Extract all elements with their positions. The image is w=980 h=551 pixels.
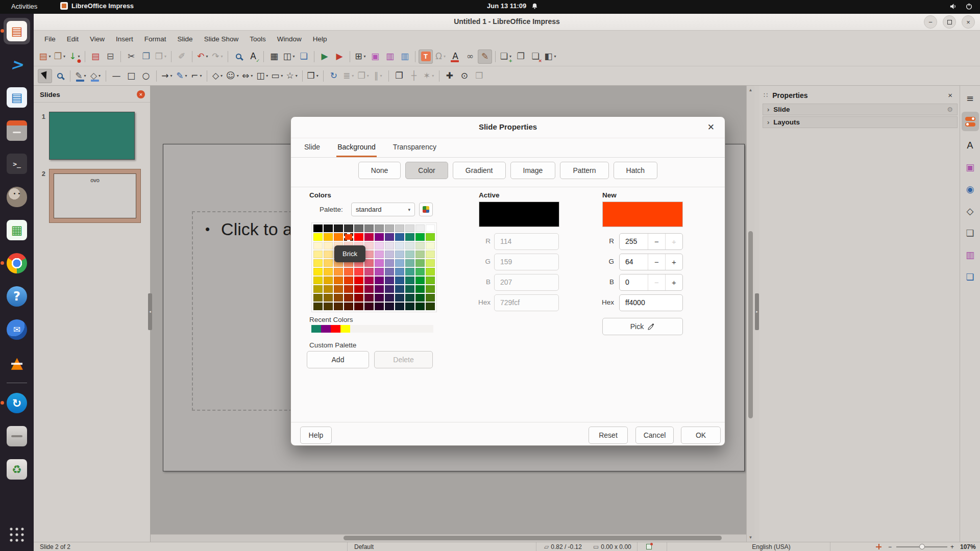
palette-color-r5-c12[interactable]	[426, 259, 435, 267]
section-slide[interactable]: › Slide ⚙	[763, 104, 958, 115]
sidebar-tab-sidebar-menu[interactable]: ≡	[962, 90, 979, 106]
focused-app-indicator[interactable]: LibreOffice Impress	[60, 2, 134, 10]
menu-format[interactable]: Format	[139, 33, 172, 45]
cancel-button[interactable]: Cancel	[635, 427, 674, 444]
fill-type-color-button[interactable]: Color	[405, 162, 448, 179]
menu-window[interactable]: Window	[272, 33, 307, 45]
palette-color-r4-c12[interactable]	[426, 251, 435, 258]
palette-color-r6-c8[interactable]	[385, 268, 394, 276]
sidebar-tab-shapes[interactable]: ◇	[962, 203, 979, 219]
slide-2-preview[interactable]: ovo	[54, 173, 136, 218]
palette-color-r8-c6[interactable]	[364, 285, 374, 293]
palette-color-r9-c12[interactable]	[426, 294, 435, 302]
vertical-scrollbar[interactable]: ▲ ▼	[746, 86, 754, 542]
palette-color-r10-c2[interactable]	[324, 303, 333, 310]
palette-color-r4-c7[interactable]	[375, 251, 384, 258]
symbol-shapes-dropdown-icon[interactable]: ▾	[237, 73, 239, 78]
slide-1-preview[interactable]	[49, 112, 135, 160]
palette-color-r9-c6[interactable]	[364, 294, 374, 302]
palette-color-r10-c3[interactable]	[334, 303, 343, 310]
zoom-and-pan-button[interactable]	[53, 69, 67, 83]
menu-slide[interactable]: Slide	[172, 33, 199, 45]
reset-button[interactable]: Reset	[589, 427, 628, 444]
dock-help-icon[interactable]: ?	[4, 283, 30, 310]
sidebar-tab-styles[interactable]: A	[962, 137, 979, 153]
dock-vscode-icon[interactable]: >	[4, 51, 30, 78]
insert-media-button[interactable]: ▥	[383, 49, 397, 64]
horizontal-scrollbar[interactable]	[151, 534, 746, 542]
palette-color-r9-c7[interactable]	[375, 294, 384, 302]
master-slide-button[interactable]: ❏	[297, 49, 311, 64]
basic-shapes-button[interactable]: ◇▾	[210, 69, 225, 83]
callout-shapes-button[interactable]: ▭▾	[270, 69, 284, 83]
lines-and-arrows-button[interactable]: →▾	[160, 69, 174, 83]
new-b-increment-icon[interactable]: +	[665, 274, 682, 290]
palette-color-r4-c10[interactable]	[405, 251, 414, 258]
3d-objects-button[interactable]: ❒▾	[306, 69, 320, 83]
palette-color-r8-c2[interactable]	[324, 285, 333, 293]
palette-color-r9-c5[interactable]	[354, 294, 363, 302]
palette-color-r1-c6[interactable]	[364, 224, 374, 232]
stars-and-banners-dropdown-icon[interactable]: ▾	[296, 73, 298, 78]
dock-libreoffice-calc-icon[interactable]: ▦	[4, 217, 30, 243]
menu-tools[interactable]: Tools	[244, 33, 272, 45]
panel-drag-grip-icon[interactable]: ∷	[764, 91, 768, 99]
undo-dropdown-icon[interactable]: ▾	[206, 54, 208, 59]
pick-color-button[interactable]: Pick	[602, 318, 683, 335]
palette-color-r4-c9[interactable]	[395, 251, 404, 258]
palette-color-r8-c11[interactable]	[415, 285, 425, 293]
palette-color-r5-c1[interactable]	[313, 259, 323, 267]
volume-icon[interactable]	[949, 3, 957, 10]
palette-color-r2-c6[interactable]	[364, 233, 374, 241]
sidebar-tab-gallery[interactable]: ▣	[962, 159, 979, 175]
stars-and-banners-button[interactable]: ☆▾	[285, 69, 299, 83]
new-g-value[interactable]: 64	[620, 254, 648, 270]
connectors-dropdown-icon[interactable]: ▾	[200, 73, 202, 78]
palette-color-r1-c7[interactable]	[375, 224, 384, 232]
dock-vlc-icon[interactable]	[4, 349, 30, 376]
palette-color-r7-c1[interactable]	[313, 277, 323, 284]
palette-color-r2-c7[interactable]	[375, 233, 384, 241]
new-presentation-dropdown-icon[interactable]: ▾	[49, 54, 51, 59]
palette-color-r5-c6[interactable]	[364, 259, 374, 267]
palette-color-r6-c10[interactable]	[405, 268, 414, 276]
insert-table-dropdown-icon[interactable]: ▾	[364, 54, 366, 59]
sidebar-splitter[interactable]: ▸	[754, 86, 760, 542]
palette-color-r9-c11[interactable]	[415, 294, 425, 302]
palette-color-r4-c2[interactable]	[324, 251, 333, 258]
zoom-out-button[interactable]: −	[888, 543, 892, 550]
recent-color-2[interactable]	[321, 325, 331, 333]
insert-image-button[interactable]: ▣	[368, 49, 382, 64]
palette-color-r6-c7[interactable]	[375, 268, 384, 276]
zoom-slider[interactable]	[896, 546, 947, 547]
new-g-spinner[interactable]: 64−+	[619, 254, 683, 270]
save-button[interactable]: ↓●▾	[67, 49, 82, 64]
status-language[interactable]: English (USA)	[725, 543, 817, 550]
callout-shapes-dropdown-icon[interactable]: ▾	[281, 73, 283, 78]
new-r-value[interactable]: 255	[620, 234, 648, 249]
palette-color-r7-c3[interactable]	[334, 277, 343, 284]
palette-color-r5-c8[interactable]	[385, 259, 394, 267]
palette-color-r7-c11[interactable]	[415, 277, 425, 284]
flowchart-shapes-button[interactable]: ◫▾	[255, 69, 270, 83]
palette-color-r1-c11[interactable]	[415, 224, 425, 232]
gear-icon[interactable]: ⚙	[947, 106, 953, 113]
palette-color-r8-c5[interactable]	[354, 285, 363, 293]
undo-button[interactable]: ↶▾	[195, 49, 210, 64]
scroll-down-icon[interactable]: ▼	[747, 535, 754, 540]
dock-thunderbird-icon[interactable]: ✉	[4, 316, 30, 343]
scroll-up-icon[interactable]: ▲	[747, 88, 754, 92]
palette-color-r7-c9[interactable]	[395, 277, 404, 284]
palette-color-r2-c5[interactable]	[354, 233, 363, 241]
palette-color-r1-c5[interactable]	[354, 224, 363, 232]
sidebar-tab-slide-transition[interactable]: ❏	[962, 224, 979, 241]
palette-color-r9-c1[interactable]	[313, 294, 323, 302]
palette-color-r3-c6[interactable]	[364, 242, 374, 249]
new-hex-input[interactable]: ff4000	[619, 294, 683, 311]
lines-and-arrows-dropdown-icon[interactable]: ▾	[170, 73, 173, 78]
show-draw-functions-button[interactable]: ✎	[478, 49, 492, 64]
palette-color-r5-c7[interactable]	[375, 259, 384, 267]
zoom-slider-knob[interactable]	[919, 544, 925, 549]
palette-color-r3-c8[interactable]	[385, 242, 394, 249]
sidebar-tab-navigator[interactable]: ◉	[962, 181, 979, 197]
